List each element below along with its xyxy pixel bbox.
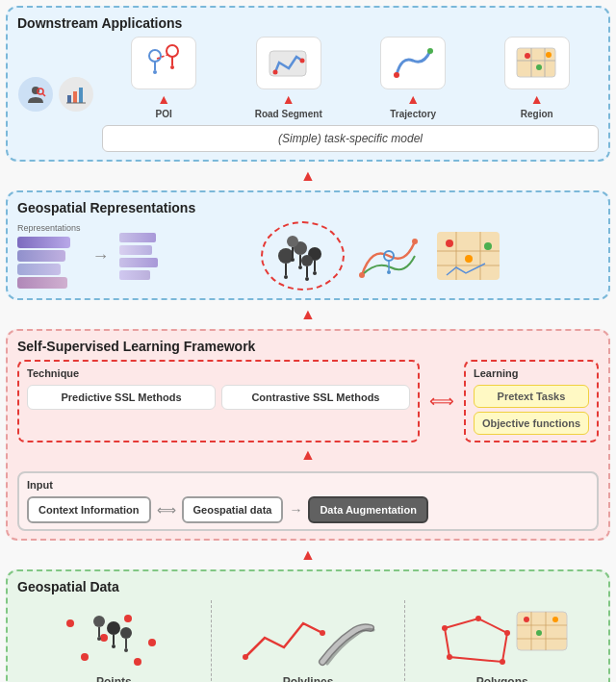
ssl-technique-box: Technique Predictive SSL Methods Contras…: [17, 360, 420, 442]
task-trajectory: ▲ Trajectory: [380, 37, 446, 119]
predictive-ssl-box[interactable]: Predictive SSL Methods: [27, 385, 216, 410]
polylines-label: Polylines: [283, 675, 334, 682]
polylines-visual: [216, 604, 401, 671]
rep-bar-right-3: [119, 258, 158, 267]
svg-point-7: [149, 50, 161, 62]
ssl-learning-items: Pretext Tasks Objective functions: [474, 385, 589, 435]
svg-point-60: [107, 621, 120, 635]
svg-point-23: [525, 53, 530, 59]
svg-point-35: [287, 236, 298, 247]
svg-point-34: [313, 271, 317, 275]
geo-visual-items: [167, 221, 599, 290]
svg-point-73: [442, 625, 448, 631]
geo-data-title: Geospatial Data: [17, 579, 599, 594]
svg-point-72: [447, 654, 452, 660]
input-arrow-1: ⟺: [157, 502, 176, 518]
svg-point-12: [170, 65, 174, 69]
poi-cluster-oval: [261, 221, 345, 290]
task-road: ▲ Road Segment: [255, 37, 322, 119]
rep-label: Representations: [17, 223, 81, 233]
road-label: Road Segment: [255, 109, 322, 119]
svg-point-62: [112, 644, 116, 648]
rep-bar-right-1: [119, 233, 156, 242]
polygons-label: Polygons: [476, 675, 528, 682]
input-arrow-2: →: [289, 502, 302, 518]
geo-col-points: Points: [17, 600, 212, 682]
trajectory-label: Trajectory: [390, 109, 436, 119]
svg-point-40: [305, 277, 309, 281]
svg-point-76: [500, 659, 505, 665]
ssl-input-row: Input Context Information ⟺ Geospatial d…: [17, 471, 599, 531]
data-aug-box[interactable]: Data Augmentation: [308, 496, 427, 523]
ssl-learning-box-outer: Learning Pretext Tasks Objective functio…: [464, 360, 599, 442]
svg-point-63: [93, 616, 105, 627]
region-arrow: ▲: [530, 91, 544, 107]
arrow-3: ▲: [6, 546, 610, 564]
rep-stacked-outer: Representations: [17, 223, 81, 289]
svg-point-31: [298, 265, 302, 269]
road-icon-box: [256, 37, 321, 89]
task-icons-row: ▲ POI ▲: [102, 37, 599, 119]
svg-point-83: [536, 630, 542, 636]
svg-rect-4: [73, 91, 77, 103]
svg-rect-5: [79, 88, 83, 103]
ssl-technique-label: Technique: [27, 367, 410, 379]
arrow-1: ▲: [6, 167, 610, 185]
svg-point-82: [524, 617, 529, 622]
svg-point-54: [66, 619, 74, 627]
svg-point-75: [504, 630, 510, 636]
ssl-methods-row: Predictive SSL Methods Contrastive SSL M…: [27, 385, 410, 410]
polygons-visual: [409, 604, 595, 671]
svg-point-74: [475, 616, 481, 621]
geo-col-polygons: Polygons: [405, 600, 599, 682]
downstream-title: Downstream Applications: [17, 15, 599, 31]
svg-point-70: [320, 630, 325, 636]
section-geo-rep: Geospatial Representations Representatio…: [6, 190, 610, 300]
ssl-input-label: Input: [27, 479, 589, 491]
svg-point-65: [97, 637, 101, 641]
map-visual: [432, 227, 504, 285]
svg-point-17: [394, 72, 399, 78]
svg-point-52: [465, 255, 473, 263]
arrow-2: ▲: [6, 306, 610, 323]
ssl-inner: Technique Predictive SSL Methods Contras…: [17, 360, 599, 442]
points-visual: [21, 604, 207, 671]
points-label: Points: [96, 675, 132, 682]
geo-data-box[interactable]: Geospatial data: [182, 496, 284, 523]
context-info-box[interactable]: Context Information: [27, 496, 151, 523]
task-poi: ▲ POI: [131, 37, 196, 119]
pretext-tasks-box[interactable]: Pretext Tasks: [474, 385, 589, 408]
rep-bar-3: [17, 264, 61, 275]
svg-point-53: [484, 242, 492, 250]
svg-point-55: [100, 634, 108, 642]
trajectory-icon-box: [380, 37, 446, 89]
geo-col-polylines: Polylines: [212, 600, 406, 682]
rep-bar-1: [17, 237, 70, 248]
trajectory-arrow: ▲: [406, 91, 420, 107]
region-label: Region: [521, 109, 553, 119]
region-icon-box: [504, 37, 570, 89]
svg-point-84: [552, 617, 558, 622]
road-arrow: ▲: [282, 91, 295, 107]
svg-point-41: [359, 272, 365, 278]
rep-bars-right: [119, 233, 158, 280]
svg-point-9: [153, 70, 157, 74]
svg-point-18: [427, 48, 433, 54]
chart-icon: [59, 77, 93, 112]
contrastive-ssl-box[interactable]: Contrastive SSL Methods: [221, 385, 410, 410]
downstream-left: [17, 77, 94, 112]
svg-point-68: [124, 648, 128, 652]
downstream-right: ▲ POI ▲: [102, 37, 599, 152]
double-arrow: ⟺: [427, 360, 456, 442]
svg-point-56: [81, 653, 89, 661]
svg-point-66: [120, 627, 132, 639]
svg-point-37: [291, 258, 295, 262]
geo-rep-title: Geospatial Representations: [17, 200, 599, 215]
objective-functions-box[interactable]: Objective functions: [474, 412, 589, 435]
svg-point-25: [546, 52, 552, 58]
ssl-inner-arrow: ▲: [17, 446, 599, 464]
user-icon: [18, 77, 53, 112]
svg-point-59: [134, 658, 141, 666]
svg-point-69: [243, 654, 248, 660]
main-container: Downstream Applications: [0, 0, 616, 682]
